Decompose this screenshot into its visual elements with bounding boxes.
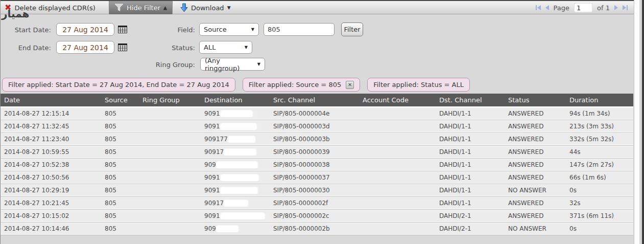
field-select[interactable]: Source ▼ bbox=[199, 23, 259, 36]
field-value-input[interactable] bbox=[264, 23, 335, 36]
status-select-value: ALL bbox=[204, 43, 216, 51]
cell-text: 805 bbox=[105, 199, 116, 207]
funnel-icon bbox=[114, 4, 124, 12]
cell-date: 2014-08-27 10:52:38 bbox=[0, 161, 101, 168]
cell-status: ANSWERED bbox=[504, 136, 565, 143]
table-row: 2014-08-27 10:15:028059091SIP/805-000000… bbox=[0, 210, 633, 222]
remove-source-filter-button[interactable]: ✕ bbox=[346, 81, 354, 89]
start-date-calendar-button[interactable] bbox=[117, 26, 128, 34]
cell-text: 909 bbox=[204, 225, 216, 232]
hide-filter-label: Hide Filter bbox=[127, 4, 160, 12]
watermark-text: همیار bbox=[2, 8, 29, 20]
cell-text: DAHDI/1-1 bbox=[439, 187, 471, 194]
cell-date: 2014-08-27 12:15:14 bbox=[0, 110, 101, 117]
cell-dst_channel: DAHDI/1-1 bbox=[435, 123, 504, 130]
vertical-scrollbar[interactable] bbox=[634, 0, 639, 244]
cell-text: 213s (3m 33s) bbox=[569, 123, 614, 130]
redaction-smudge bbox=[228, 136, 255, 143]
column-header: Date bbox=[0, 96, 101, 104]
status-label: Status: bbox=[144, 44, 195, 52]
cell-text: 0s bbox=[569, 187, 577, 194]
column-header: Duration bbox=[565, 96, 633, 104]
column-header: Destination bbox=[200, 96, 269, 104]
cell-destination: 9091 bbox=[200, 212, 269, 219]
prev-page-icon bbox=[545, 5, 549, 10]
table-header-row: DateSourceRing GroupDestinationSrc. Chan… bbox=[0, 94, 633, 107]
cell-duration: 44s bbox=[565, 148, 633, 156]
cell-src_channel: SIP/805-0000003d bbox=[269, 123, 359, 130]
download-label: Download bbox=[191, 4, 224, 12]
pagination: Page of 1 bbox=[536, 1, 628, 14]
last-page-button[interactable] bbox=[623, 5, 628, 10]
cell-duration: 0s bbox=[565, 187, 633, 194]
cell-text: 805 bbox=[105, 174, 116, 181]
select-caret-icon: ▼ bbox=[245, 45, 248, 50]
applied-filters: Filter applied: Start Date = 27 Aug 2014… bbox=[2, 78, 470, 92]
cell-text: SIP/805-0000002f bbox=[273, 199, 328, 207]
ring-group-select[interactable]: (Any ringgroup) ▼ bbox=[200, 58, 265, 71]
cell-destination: 9091 bbox=[200, 110, 269, 117]
first-page-icon bbox=[537, 5, 541, 10]
cdr-table: DateSourceRing GroupDestinationSrc. Chan… bbox=[0, 94, 633, 235]
filter-button[interactable]: Filter bbox=[341, 23, 363, 36]
column-header: Status bbox=[504, 96, 565, 104]
cell-text: 32s bbox=[569, 199, 581, 207]
toolbar: ✖ Delete displayed CDR(s) Hide Filter ▲ … bbox=[1, 1, 634, 14]
cell-dst_channel: DAHDI/2-1 bbox=[435, 212, 504, 219]
start-date-input[interactable] bbox=[56, 23, 114, 36]
cell-text: 332s (5m 32s) bbox=[569, 136, 614, 143]
filter-badge-text: Filter applied: Start Date = 27 Aug 2014… bbox=[8, 81, 229, 88]
filter-badge-source: Filter applied: Source = 805 ✕ bbox=[243, 78, 360, 92]
left-border bbox=[0, 0, 1, 244]
cell-text: DAHDI/1-1 bbox=[439, 161, 471, 168]
cell-source: 805 bbox=[101, 187, 138, 194]
cell-destination: 9091 bbox=[200, 123, 269, 130]
cell-text: DAHDI/2-1 bbox=[439, 212, 471, 219]
redaction-smudge bbox=[221, 123, 256, 130]
cell-text: 805 bbox=[105, 110, 116, 117]
calendar-icon bbox=[118, 26, 127, 33]
cell-source: 805 bbox=[101, 161, 138, 168]
page-number-input[interactable] bbox=[574, 3, 592, 12]
ring-group-label: Ring Group: bbox=[144, 61, 195, 69]
status-select[interactable]: ALL ▼ bbox=[199, 41, 252, 54]
cell-duration: 332s (5m 32s) bbox=[565, 136, 633, 143]
cell-text: 90917 bbox=[204, 148, 224, 156]
first-page-button[interactable] bbox=[536, 5, 541, 10]
column-header: Dst. Channel bbox=[435, 96, 504, 104]
cell-text: 2014-08-27 10:29:19 bbox=[4, 187, 69, 194]
cell-text: 805 bbox=[105, 148, 116, 156]
cell-src_channel: SIP/805-0000002b bbox=[269, 225, 359, 232]
filter-badge-status: Filter applied: Status = ALL bbox=[367, 78, 470, 92]
redaction-smudge bbox=[221, 110, 252, 117]
cell-text: SIP/805-0000003b bbox=[273, 136, 330, 143]
cell-destination: 909 bbox=[200, 161, 269, 168]
cell-text: 44s bbox=[569, 148, 581, 156]
cell-destination: 9091 bbox=[200, 187, 269, 194]
cell-date: 2014-08-27 10:15:02 bbox=[0, 212, 101, 219]
calendar-icon bbox=[118, 43, 127, 51]
next-page-icon bbox=[614, 5, 618, 10]
cell-text: 805 bbox=[105, 212, 116, 219]
cell-destination: 9091 bbox=[200, 174, 269, 181]
cell-status: NO ANSWER bbox=[504, 187, 565, 194]
end-date-calendar-button[interactable] bbox=[117, 43, 128, 52]
table-row: 2014-08-27 10:29:198059091SIP/805-000000… bbox=[0, 184, 633, 196]
cell-duration: 0s bbox=[565, 225, 633, 232]
next-page-button[interactable] bbox=[614, 5, 618, 10]
cell-src_channel: SIP/805-00000037 bbox=[269, 174, 359, 181]
download-button[interactable]: Download ▼ bbox=[180, 1, 231, 14]
cell-dst_channel: DAHDI/1-1 bbox=[435, 161, 504, 168]
hide-filter-button[interactable]: Hide Filter ▲ bbox=[109, 1, 173, 14]
prev-page-button[interactable] bbox=[545, 5, 549, 10]
cell-text: SIP/805-00000038 bbox=[273, 161, 330, 168]
cell-duration: 147s (2m 27s) bbox=[565, 161, 633, 168]
table-body: 2014-08-27 12:15:148059091SIP/805-000000… bbox=[0, 107, 633, 235]
cell-text: 805 bbox=[105, 225, 116, 232]
cell-src_channel: SIP/805-0000004e bbox=[269, 110, 359, 117]
cell-date: 2014-08-27 10:21:45 bbox=[0, 199, 101, 207]
cell-text: 371s (6m 11s) bbox=[569, 212, 614, 219]
end-date-input[interactable] bbox=[56, 41, 114, 54]
cell-status: ANSWERED bbox=[504, 199, 565, 207]
page-of-label: of 1 bbox=[597, 4, 610, 12]
